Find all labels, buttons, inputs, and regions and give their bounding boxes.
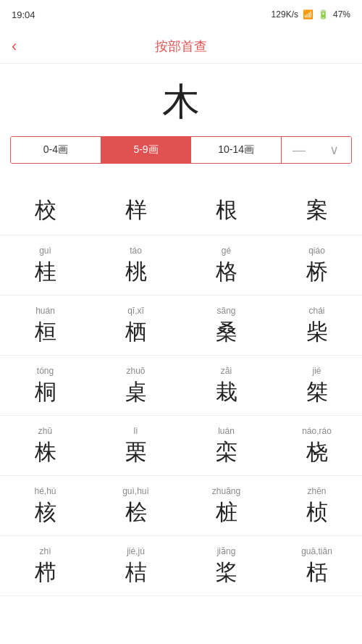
char-pinyin-3-2: zāi [221,366,232,377]
char-pinyin-4-1: lì [134,426,138,438]
char-cell-0-3[interactable]: 案 [272,177,362,229]
char-cell-5-3[interactable]: zhēn桢 [272,482,362,530]
char-cell-1-3[interactable]: qiáo桥 [272,241,362,289]
char-pinyin-3-1: zhuō [126,366,145,377]
char-chinese-6-2: 桨 [216,560,237,584]
char-row-6: zhì栉jié,jú桔jiǎng桨guā,tiān栝 [0,536,362,596]
char-cell-4-0[interactable]: zhū株 [0,422,90,469]
char-pinyin-2-3: chái [308,306,324,317]
char-chinese-6-0: 栉 [35,560,56,584]
char-chinese-0-0: 校 [35,198,56,222]
status-bar: 19:04 129K/s 📶 🔋 47% [0,0,362,29]
back-button[interactable]: ‹ [12,37,17,56]
char-pinyin-1-3: qiáo [308,246,325,257]
char-row-4: zhū株lì栗luán栾náo,ráo桡 [0,416,362,476]
char-chinese-5-1: 桧 [125,500,147,524]
char-cell-3-3[interactable]: jié桀 [272,361,362,409]
char-cell-0-0[interactable]: 校 [0,177,90,229]
char-pinyin-1-2: gé [222,246,231,257]
char-chinese-1-2: 格 [216,259,237,283]
char-cell-0-1[interactable]: 样 [90,177,181,229]
char-cell-2-0[interactable]: huán桓 [0,301,90,349]
char-pinyin-1-1: táo [130,246,142,257]
char-cell-5-0[interactable]: hé,hú核 [0,482,90,530]
char-chinese-0-1: 样 [125,198,147,222]
char-cell-6-1[interactable]: jié,jú桔 [90,542,181,590]
char-cell-3-1[interactable]: zhuō桌 [90,361,181,409]
char-cell-3-0[interactable]: tóng桐 [0,361,90,409]
char-row-2: huán桓qī,xī栖sāng桑chái柴 [0,296,362,356]
char-chinese-5-2: 桩 [216,500,237,524]
char-row-5: hé,hú核guì,huì桧zhuāng桩zhēn桢 [0,476,362,536]
battery-level: 47% [333,9,350,20]
wifi-icon: 📶 [303,9,313,20]
char-chinese-1-0: 桂 [35,259,56,283]
char-cell-5-1[interactable]: guì,huì桧 [90,482,181,530]
tab-5-9[interactable]: 5-9画 [101,137,192,163]
tab-more[interactable]: — [282,137,316,163]
char-cell-1-0[interactable]: guì桂 [0,241,90,289]
char-pinyin-6-0: zhì [39,546,51,558]
char-pinyin-4-3: náo,ráo [302,426,332,438]
char-chinese-0-3: 案 [306,198,328,222]
char-chinese-3-0: 桐 [35,380,56,403]
char-chinese-3-2: 栽 [216,380,237,403]
char-cell-3-2[interactable]: zāi栽 [181,361,272,409]
char-pinyin-2-0: huán [35,306,55,317]
char-pinyin-4-0: zhū [38,426,52,438]
char-cell-5-2[interactable]: zhuāng桩 [181,482,272,530]
char-chinese-1-1: 桃 [125,259,147,283]
char-pinyin-6-3: guā,tiān [301,546,332,558]
page-title: 按部首查 [155,38,207,55]
char-cell-6-3[interactable]: guā,tiān栝 [272,542,362,590]
char-pinyin-4-2: luán [218,426,235,438]
header: ‹ 按部首查 [0,29,362,64]
char-chinese-3-1: 桌 [125,380,147,403]
char-cell-6-2[interactable]: jiǎng桨 [181,542,272,590]
char-chinese-5-0: 核 [35,500,56,524]
char-chinese-5-3: 桢 [306,500,328,524]
char-pinyin-5-3: zhēn [307,486,326,498]
char-chinese-0-2: 根 [216,198,237,222]
char-cell-2-2[interactable]: sāng桑 [181,301,272,349]
char-chinese-4-1: 栗 [125,440,147,464]
tab-10-14[interactable]: 10-14画 [191,137,282,163]
char-pinyin-5-1: guì,huì [122,486,149,498]
char-chinese-4-0: 株 [35,440,56,464]
char-cell-2-3[interactable]: chái柴 [272,301,362,349]
dropdown-arrow[interactable]: ∨ [316,137,351,163]
stroke-filter-tabs: 0-4画 5-9画 10-14画 — ∨ [10,136,352,164]
char-cell-4-3[interactable]: náo,ráo桡 [272,422,362,469]
char-row-0: 校样根案 [0,171,362,235]
char-pinyin-5-2: zhuāng [212,486,240,498]
char-chinese-3-3: 桀 [306,380,328,403]
char-cell-4-2[interactable]: luán栾 [181,422,272,469]
char-pinyin-3-3: jié [312,366,321,377]
char-cell-0-2[interactable]: 根 [181,177,272,229]
radical-container: 木 [0,64,362,136]
char-chinese-2-0: 桓 [35,319,56,343]
char-cell-4-1[interactable]: lì栗 [90,422,181,469]
char-pinyin-3-0: tóng [37,366,54,377]
char-chinese-2-2: 桑 [216,319,237,343]
character-grid: 校样根案guì桂táo桃gé格qiáo桥huán桓qī,xī栖sāng桑chái… [0,171,362,596]
char-chinese-2-1: 栖 [125,319,147,343]
char-pinyin-5-0: hé,hú [34,486,56,498]
radical-character: 木 [162,80,200,122]
char-cell-2-1[interactable]: qī,xī栖 [90,301,181,349]
char-cell-1-1[interactable]: táo桃 [90,241,181,289]
char-pinyin-2-1: qī,xī [127,306,144,317]
char-chinese-6-3: 栝 [306,560,328,584]
char-chinese-4-2: 栾 [216,440,237,464]
char-pinyin-1-0: guì [39,246,51,257]
char-pinyin-6-2: jiǎng [217,546,236,558]
char-chinese-6-1: 桔 [125,560,147,584]
char-cell-6-0[interactable]: zhì栉 [0,542,90,590]
char-cell-1-2[interactable]: gé格 [181,241,272,289]
char-chinese-1-3: 桥 [306,259,328,283]
tab-0-4[interactable]: 0-4画 [11,137,101,163]
char-chinese-4-3: 桡 [306,440,328,464]
status-icons: 129K/s 📶 🔋 47% [272,9,350,20]
char-pinyin-6-1: jié,jú [127,546,145,558]
battery-icon: 🔋 [318,9,329,20]
